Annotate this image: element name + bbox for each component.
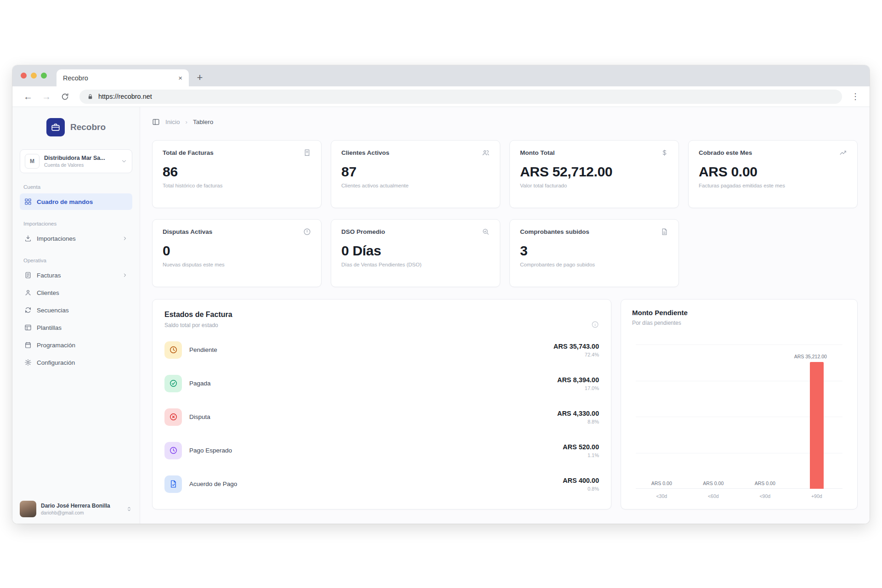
user-email: dariohb@gmail.com [41,510,110,515]
user-avatar [20,501,36,517]
url-text: https://recobro.net [98,93,152,100]
stat-card-disputas-activas: Disputas Activas0Nuevas disputas este me… [152,219,322,287]
app-logo[interactable]: Recobro [20,118,132,136]
back-button[interactable]: ← [20,88,36,105]
stat-cards-row-2: Disputas Activas0Nuevas disputas este me… [152,219,858,287]
chart-area: ARS 0.00ARS 0.00ARS 0.00ARS 35,212.00<30… [632,330,846,503]
users-icon [482,149,490,157]
chart-bar-value-label: ARS 35,212.00 [794,354,827,359]
sidebar-item-importaciones[interactable]: Importaciones [20,230,132,247]
chart-category-label: <90d [759,493,770,499]
breadcrumb-home[interactable]: Inicio [165,119,180,125]
card-title: Disputas Activas [163,228,212,235]
estado-label: Pago Esperado [189,447,232,454]
browser-menu-kebab-icon[interactable]: ⋮ [848,91,862,102]
browser-tab[interactable]: Recobro × [57,69,189,86]
user-profile[interactable]: Dario José Herrera Bonilla dariohb@gmail… [20,495,132,517]
estado-label: Pagada [189,380,211,387]
app-content: Recobro M Distribuidora Mar Sa... Cuenta… [12,107,870,524]
monto-pendiente-panel: Monto Pendiente Por días pendientes ARS … [621,299,858,509]
breadcrumb-current: Tablero [193,119,213,125]
card-subtitle: Comprobantes de pago subidos [520,262,668,267]
card-value: 86 [163,164,311,180]
stat-card-dso-promedio: DSO Promedio0 DíasDías de Ventas Pendien… [331,219,500,287]
template-icon [24,324,32,331]
xcirc-icon [164,408,182,426]
account-avatar: M [25,154,40,169]
estado-amount: ARS 520.00 [563,443,599,451]
forward-button: → [38,88,55,105]
panel-subtitle: Saldo total por estado [164,322,599,328]
alert-icon [303,228,311,236]
card-title: Monto Total [520,149,554,156]
info-icon[interactable] [591,321,599,328]
sidebar-item-plantillas[interactable]: Plantillas [20,319,132,336]
account-subtitle: Cuenta de Valores [44,162,105,168]
sidebar-item-clientes[interactable]: Clientes [20,284,132,301]
clock-icon [164,442,182,459]
stat-card-monto-total: Monto TotalARS 52,712.00Valor total fact… [509,140,679,208]
card-subtitle: Días de Ventas Pendientes (DSO) [341,262,490,267]
logo-text: Recobro [70,122,106,132]
maximize-window-button[interactable] [41,73,47,79]
chart-category-label: +90d [811,493,822,499]
sidebar-item-secuencias[interactable]: Secuencias [20,302,132,318]
lock-icon [87,93,94,100]
sidebar-item-label: Clientes [37,289,59,296]
sidebar-item-label: Secuencias [37,307,69,314]
card-value: 3 [520,243,668,259]
sidebar-item-facturas[interactable]: Facturas [20,267,132,283]
stat-card-cobrado-este-mes: Cobrado este MesARS 0.00Facturas pagadas… [688,140,858,208]
user-icon [24,289,32,296]
minimize-window-button[interactable] [31,73,37,79]
gauge-icon [482,228,490,236]
estados-de-factura-panel: Estados de Factura Saldo total por estad… [152,299,611,509]
sidebar-item-configuracion[interactable]: Configuración [20,354,132,371]
estado-pct: 17.0% [557,385,599,391]
sidebar-toggle-icon[interactable] [152,118,160,126]
trend-icon [839,149,847,157]
card-title: Total de Facturas [163,149,214,156]
chart-bar-value-label: ARS 0.00 [703,481,724,486]
chart-title: Monto Pendiente [632,309,846,317]
chart-category-axis: <30d<60d<90d+90d [636,493,842,501]
card-value: 87 [341,164,490,180]
sidebar-item-label: Cuadro de mandos [37,198,93,205]
sidebar-item-label: Programación [37,342,75,349]
invoice-icon [24,271,32,279]
tab-close-icon[interactable]: × [178,74,182,81]
breadcrumb-separator: › [186,119,188,125]
account-name: Distribuidora Mar Sa... [44,155,105,161]
download-icon [24,235,32,242]
receipt-icon [303,149,311,157]
card-subtitle: Total histórico de facturas [163,183,311,188]
card-title: DSO Promedio [341,228,385,235]
panels-row: Estados de Factura Saldo total por estad… [152,299,858,509]
traffic-lights [21,73,47,79]
clock-icon [164,341,182,359]
estado-amount: ARS 8,394.00 [557,376,599,384]
dollar-icon [661,149,668,157]
estado-row-pago-esperado: Pago EsperadoARS 520.001.1% [164,442,599,459]
estado-pct: 72.4% [554,352,599,357]
breadcrumb: Inicio › Tablero [152,114,858,129]
url-bar[interactable]: https://recobro.net [79,90,842,104]
estado-row-pagada: PagadaARS 8,394.0017.0% [164,375,599,392]
chevron-right-icon [122,236,128,241]
new-tab-button[interactable]: + [192,70,207,85]
stat-card-comprobantes-subidos: Comprobantes subidos3Comprobantes de pag… [509,219,679,287]
estado-label: Pendiente [189,346,217,353]
main-content: Inicio › Tablero Total de Facturas86Tota… [140,107,870,524]
close-window-button[interactable] [21,73,27,79]
sidebar-section-header: Importaciones [23,221,129,226]
card-value: 0 Días [341,243,490,259]
sidebar-item-cuadro-de-mandos[interactable]: Cuadro de mandos [20,193,132,210]
card-title: Cobrado este Mes [699,149,752,156]
reload-button[interactable] [57,88,73,105]
stat-cards-row-1: Total de Facturas86Total histórico de fa… [152,140,858,208]
estado-pct: 1.1% [563,452,599,458]
sidebar-item-programacion[interactable]: Programación [20,337,132,353]
estado-pct: 0.8% [563,486,599,492]
refresh-icon [24,306,32,314]
account-selector[interactable]: M Distribuidora Mar Sa... Cuenta de Valo… [20,149,132,173]
